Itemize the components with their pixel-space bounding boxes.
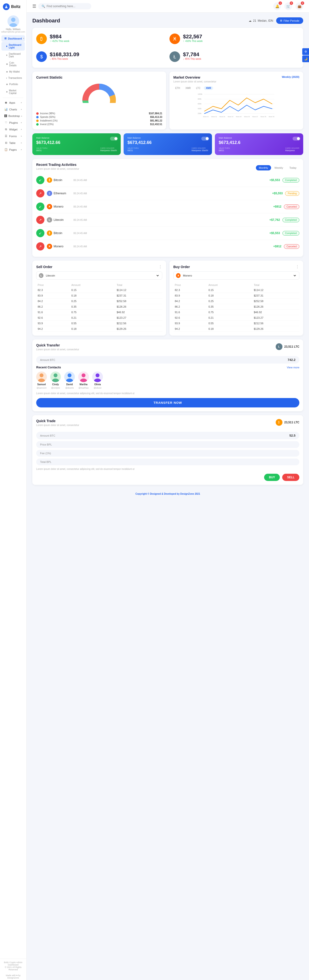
sidebar-greeting: Hello, William (6, 28, 21, 30)
sell-coin-dropdown[interactable]: Litecoin Bitcoin Ethereum (45, 274, 160, 277)
qt-amount-field[interactable]: Amount BTC 742.2 (36, 356, 299, 364)
sidebar-item-plugins[interactable]: ♡ Plugins ▸ (2, 119, 25, 126)
market-overview-title: Market Overview (173, 75, 216, 79)
income-label: Income (98%) (40, 112, 55, 115)
market-tab-xmr2[interactable]: XMR (204, 86, 213, 90)
sidebar-item-apps[interactable]: ◉ Apps ▸ (2, 99, 25, 106)
sell-coin-select[interactable]: Ł Litecoin Bitcoin Ethereum (36, 272, 162, 280)
income-value: $167,884.21 (149, 112, 162, 115)
widget-icon: ⧉ (4, 128, 8, 131)
sidebar-item-my-wallet[interactable]: My Wallet (2, 69, 25, 75)
contact-avatar-cindy (50, 372, 61, 382)
dollar-stat-icon: $ (36, 51, 47, 62)
spends-value: $56,413.33 (150, 116, 162, 118)
tab-weekly[interactable]: Weekly (272, 165, 286, 170)
sidebar-item-dashboard[interactable]: ⊞ Dashboard ▾ (2, 35, 25, 42)
cart-button[interactable]: 🛒 0 (284, 2, 292, 10)
trading-header: Recent Trading Activities Lorem ipsum do… (36, 163, 299, 173)
table-row: 83.90.18$237.31 (173, 293, 299, 299)
bag-button[interactable]: 👜 2 (296, 2, 303, 10)
sidebar-item-charts[interactable]: 📊 Charts ▸ (2, 106, 25, 113)
hamburger-button[interactable]: ☰ (32, 4, 36, 9)
plugins-arrow: ▸ (21, 121, 22, 124)
buy-order-card: Buy Order ⋮ Ӿ Monero Bitcoin Ethereum (170, 261, 303, 336)
contact-martha[interactable]: Martha @marthao (78, 372, 89, 389)
market-tab-ltc[interactable]: LTC (194, 86, 202, 90)
buy-button[interactable]: BUY (264, 474, 280, 481)
buy-order-menu[interactable]: ⋮ (296, 264, 299, 269)
balance-card-footer-blue: VALID THRU 08/21 CARD HOLDER Marquess Sl… (128, 147, 208, 152)
view-more-link[interactable]: View more (287, 366, 299, 369)
sidebar-item-table[interactable]: ⊟ Table ▸ (2, 140, 25, 146)
transfer-now-button[interactable]: TRANSFER NOW (36, 398, 299, 407)
contact-olivia[interactable]: Olivia @olivs3 (92, 372, 103, 389)
down-arrow-icon: ↓ (183, 57, 184, 60)
notification-button[interactable]: 🔔 1 (273, 2, 281, 10)
app-container: Boltz Hello, William william@boltz.gmail… (0, 0, 309, 980)
balance-toggle-purple[interactable] (293, 137, 300, 140)
topbar-left: ☰ 🔍 (32, 3, 91, 10)
stat-card-bitcoin: ₿ $984 ↑ +62% This week (36, 32, 166, 46)
market-tab-xmr[interactable]: XMR (184, 86, 193, 90)
sidebar-item-widget[interactable]: ⧉ Widget ▸ (2, 126, 25, 133)
market-tabs: ETH XMR LTC XMR (173, 86, 299, 90)
qt-trade-total[interactable]: Total BPL (36, 458, 299, 465)
right-panel-theme[interactable]: 🌙 (302, 56, 309, 62)
qt-trade-price[interactable]: Price BPL (36, 441, 299, 448)
charts-section: Current Statistic (32, 72, 303, 129)
qt-amount-value: 742.2 (288, 358, 296, 362)
balance-card-footer-purple: VALID THRU 08/21 CARD HOLDER Marquess (219, 147, 299, 152)
trade-row-4: ↙ ₿ Bitcoin 06:24:45 AM +$5,553 Complete… (36, 227, 299, 240)
qt-trade-total-label: Total BPL (40, 460, 51, 463)
tab-today[interactable]: Today (287, 165, 299, 170)
sidebar-item-label-apps: Apps (9, 101, 15, 104)
sidebar-item-market-capital[interactable]: Market Capital (2, 88, 25, 96)
david-avatar-img (64, 372, 75, 382)
sidebar-item-pages[interactable]: 📋 Pages ▸ (2, 146, 25, 153)
recent-trading-card: Recent Trading Activities Lorem ipsum do… (32, 159, 303, 257)
tab-monthly[interactable]: Monthly (256, 165, 271, 170)
legend-income: Income (98%) $167,884.21 (36, 112, 162, 115)
balance-toggle-blue[interactable] (201, 137, 209, 140)
qt-trade-amount[interactable]: Amount BTC 52.5 (36, 432, 299, 439)
buy-coin-select[interactable]: Ӿ Monero Bitcoin Ethereum (173, 272, 299, 280)
card-name-blue: Marquess Slaishi (191, 149, 208, 152)
footer-year: 2021 (195, 493, 200, 495)
table-row: 91.60.75$46.92 (173, 310, 299, 315)
sidebar-logo: Boltz (0, 0, 26, 13)
sidebar-item-dashboard-dark[interactable]: Dashboard Dark (2, 51, 25, 60)
search-bar[interactable]: 🔍 (38, 3, 91, 10)
contact-samuel[interactable]: Samuel @sam224 (36, 372, 47, 389)
qt-title: Quick Transfer (36, 343, 79, 347)
litecoin-stat-label: This week (190, 57, 201, 60)
xmr-coin-icon-2: Ӿ (47, 204, 52, 209)
right-panel-settings[interactable]: ⚙ (302, 48, 309, 55)
sell-button[interactable]: SELL (282, 474, 299, 481)
sidebar-item-transactions[interactable]: Transactions (2, 75, 25, 81)
sell-order-menu[interactable]: ⋮ (159, 264, 162, 269)
sidebar-item-forms[interactable]: ☰ Forms ▸ (2, 133, 25, 139)
sidebar-item-coin-details[interactable]: Coin Details (2, 60, 25, 68)
sidebar-item-portfolio[interactable]: Portfolio (2, 81, 25, 87)
page-header-right: ☁ 21 Medan, IDN ⊞ Filter Periode (249, 18, 303, 24)
search-input[interactable] (46, 5, 88, 8)
eth-coin-icon-1: Ξ (47, 191, 52, 196)
martha-avatar-img (78, 372, 89, 382)
trade-coin-2: Ӿ Monero (47, 204, 71, 209)
contact-name-olivia: Olivia (94, 383, 101, 386)
buy-coin-dropdown[interactable]: Monero Bitcoin Ethereum (182, 274, 297, 277)
sidebar-item-label-dashboard: Dashboard (8, 37, 22, 40)
sidebar-item-dashboard-light[interactable]: Dashboard Light (2, 42, 25, 51)
contact-cindy[interactable]: Cindy @cinlytni (50, 372, 61, 389)
sidebar-footer: Boltz Crypto Admin Dashboard © 2021 All … (0, 959, 26, 973)
trade-coin-3: Ł Litecoin (47, 217, 71, 223)
balance-toggle-green[interactable] (110, 137, 118, 140)
market-tab-eth[interactable]: ETH (173, 86, 182, 90)
sidebar-item-label-plugins: Plugins (9, 121, 18, 124)
sidebar-item-bootstrap[interactable]: 🅱 Bootstrap ▸ (2, 113, 25, 119)
filter-periode-button[interactable]: ⊞ Filter Periode (276, 18, 303, 24)
svg-text:600k: 600k (198, 103, 202, 105)
contact-david[interactable]: David @dswrts (64, 372, 75, 389)
qt-balance: Ł 23,511 LTC (276, 343, 299, 350)
qt-trade-fee[interactable]: Fee (1%) (36, 450, 299, 457)
